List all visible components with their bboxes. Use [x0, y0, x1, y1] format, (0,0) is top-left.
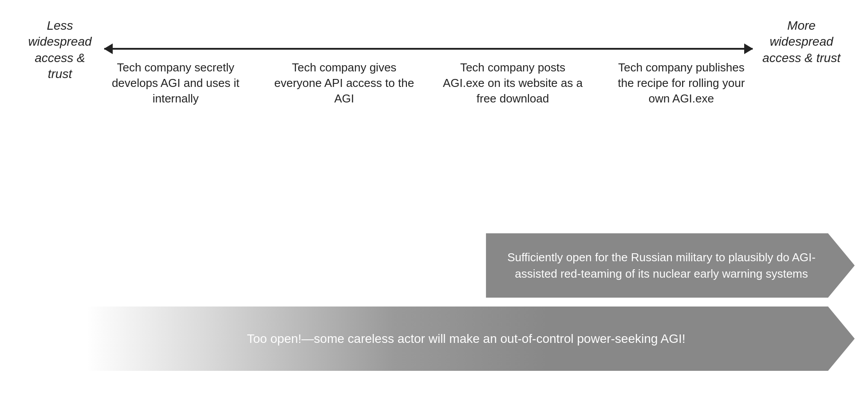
columns-row: Tech company secretly develops AGI and u… [104, 60, 753, 106]
column-item-3: Tech company publishes the recipe for ro… [610, 60, 753, 106]
bottom-section: Sufficiently open for the Russian milita… [87, 233, 855, 384]
left-label-line3: access & trust [35, 51, 85, 81]
right-label-line2: widespread [769, 35, 833, 48]
column-item-0: Tech company secretly develops AGI and u… [104, 60, 247, 106]
left-label: Less widespread access & trust [22, 18, 98, 83]
arrow-line [104, 48, 753, 50]
column-item-1: Tech company gives everyone API access t… [273, 60, 415, 106]
upper-arrow-text: Sufficiently open for the Russian milita… [504, 249, 819, 282]
left-label-line2: widespread [28, 35, 91, 48]
column-text-0: Tech company secretly develops AGI and u… [112, 61, 240, 105]
lower-arrow-text: Too open!—some careless actor will make … [247, 330, 685, 347]
top-section: Less widespread access & trust More wide… [18, 13, 850, 155]
column-item-2: Tech company posts AGI.exe on its websit… [442, 60, 584, 106]
left-label-line1: Less [47, 19, 73, 32]
right-label-line1: More [787, 19, 816, 32]
column-text-2: Tech company posts AGI.exe on its websit… [443, 61, 583, 105]
upper-arrow: Sufficiently open for the Russian milita… [486, 233, 855, 298]
bidirectional-arrow [104, 40, 753, 58]
right-label: More widespread access & trust [757, 18, 846, 66]
diagram-container: Less widespread access & trust More wide… [0, 0, 868, 393]
lower-arrow: Too open!—some careless actor will make … [87, 307, 855, 371]
column-text-3: Tech company publishes the recipe for ro… [618, 61, 745, 105]
column-text-1: Tech company gives everyone API access t… [274, 61, 414, 105]
right-label-line3: access & trust [762, 51, 840, 65]
